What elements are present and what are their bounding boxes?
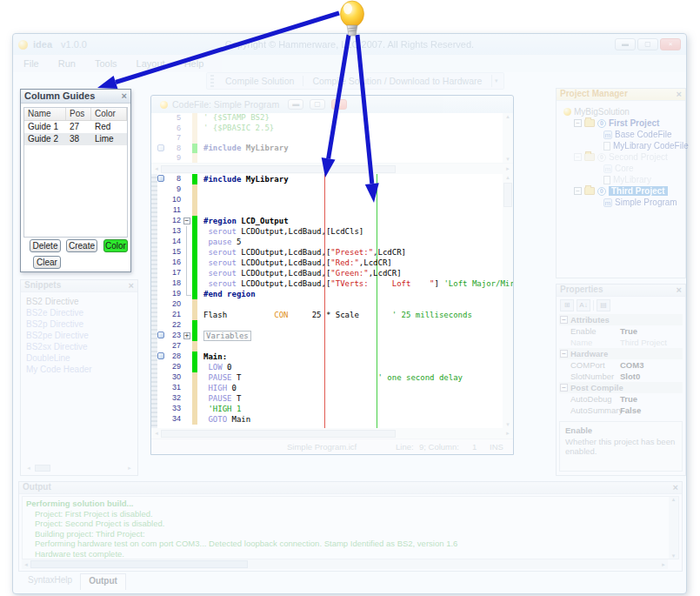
close-button[interactable]: × <box>660 38 681 50</box>
tree-item-core[interactable]: mCore <box>603 163 634 174</box>
property-pages-icon[interactable]: ▤ <box>597 299 610 311</box>
scroll-left-icon[interactable]: ◄ <box>152 431 161 436</box>
code-line[interactable]: 17 serout LCDOutput,LcdBaud,["Green:",Lc… <box>151 268 513 278</box>
code-line[interactable]: 9 <box>151 184 513 195</box>
tree-item-base-codefile[interactable]: mBase CodeFile <box>603 129 672 140</box>
guide-row[interactable]: Guide 127Red <box>24 121 127 133</box>
color-button[interactable]: Color <box>103 239 128 252</box>
fold-toggle-icon[interactable]: + <box>183 332 190 339</box>
expander-icon[interactable]: − <box>574 187 582 195</box>
scroll-right-icon[interactable]: ► <box>125 465 134 471</box>
code-line[interactable]: 19#end region <box>151 289 513 299</box>
col-header-color[interactable]: Color <box>91 108 127 120</box>
code-line[interactable]: 8#include MyLibrary <box>151 174 513 184</box>
code-line[interactable]: 13 serout LCDOutput,LcdBaud,[LcdCls] <box>151 226 513 237</box>
expander-icon[interactable]: − <box>574 119 582 127</box>
tree-item-second-project[interactable]: −0Second Project <box>574 151 668 163</box>
code-line[interactable]: 8#include MyLibrary <box>151 144 513 154</box>
code-line[interactable]: 14 pause 5 <box>151 237 513 247</box>
close-icon[interactable]: × <box>122 90 127 102</box>
toolbar-overflow-icon[interactable]: ▾ <box>491 75 500 87</box>
codefile-titlebar[interactable]: CodeFile: Simple Program ▬ ▢ × <box>151 96 513 113</box>
property-category[interactable]: −Hardware <box>559 348 683 359</box>
editor-main-hscrollbar[interactable]: ◄ ► <box>151 428 513 439</box>
scroll-left-icon[interactable]: ◄ <box>152 166 161 171</box>
code-line[interactable]: 11 <box>151 205 513 216</box>
snippets-titlebar[interactable]: Snippets × <box>21 280 137 292</box>
tree-item-first-project[interactable]: −0First Project <box>574 117 659 129</box>
fold-toggle-icon[interactable]: − <box>183 218 190 224</box>
project-manager-titlebar[interactable]: Project Manager × <box>557 89 685 101</box>
tree-item-third-project[interactable]: −0Third Project <box>574 185 668 197</box>
property-row[interactable]: EnableTrue <box>559 325 683 337</box>
output-log[interactable]: Performing solution build...Project: Fir… <box>22 496 679 559</box>
scroll-left-icon[interactable]: ◄ <box>24 465 33 471</box>
code-line[interactable]: 31 HIGH 0 <box>151 383 513 393</box>
snippet-item[interactable]: BS2e Directive <box>26 307 132 318</box>
menu-item-tools[interactable]: Tools <box>95 58 117 69</box>
categorize-icon[interactable]: ⊞ <box>560 299 574 311</box>
scroll-thumb[interactable] <box>35 465 50 472</box>
editor-top-pane[interactable]: ▲▼ 5' {$STAMP BS2}6' {$PBASIC 2.5}78#inc… <box>151 113 513 164</box>
col-header-name[interactable]: Name <box>24 108 66 120</box>
scroll-thumb[interactable] <box>161 165 396 173</box>
tree-item-simple-program[interactable]: mSimple Program <box>603 197 677 208</box>
gutter-splitter[interactable] <box>151 174 157 428</box>
code-line[interactable]: 33 'HIGH 1 <box>151 404 513 414</box>
collapse-icon[interactable]: − <box>560 316 568 324</box>
menu-item-file[interactable]: File <box>23 58 39 69</box>
property-row[interactable]: NameThird Project <box>559 337 683 348</box>
minimize-button[interactable]: ▬ <box>288 99 303 110</box>
column-guides-titlebar[interactable]: Column Guides × <box>21 90 130 104</box>
property-row[interactable]: AutoDebugTrue <box>559 393 683 405</box>
menu-item-help[interactable]: Help <box>184 58 204 69</box>
code-line[interactable]: 15 serout LCDOutput,LcdBaud,["Preset:",L… <box>151 247 513 258</box>
menu-item-layout[interactable]: Layout <box>137 58 165 69</box>
property-row[interactable]: COMPortCOM3 <box>559 359 683 371</box>
close-icon[interactable]: × <box>677 285 682 296</box>
property-row[interactable]: SlotNumberSlot0 <box>559 371 683 382</box>
sort-az-icon[interactable]: A↓ <box>577 299 590 311</box>
property-row[interactable]: AutoSummaryFalse <box>559 405 683 416</box>
collapse-icon[interactable]: − <box>560 384 568 392</box>
scroll-thumb[interactable] <box>30 560 248 568</box>
snippet-item[interactable]: BS2p Directive <box>26 318 132 330</box>
scroll-thumb[interactable] <box>161 430 396 438</box>
output-hscrollbar[interactable]: ◄ ► <box>22 559 668 569</box>
close-icon[interactable]: × <box>673 482 678 493</box>
bookmark-icon[interactable] <box>157 144 164 151</box>
menu-item-run[interactable]: Run <box>58 58 76 69</box>
delete-button[interactable]: Delete <box>30 239 61 252</box>
collapse-icon[interactable]: − <box>560 350 568 358</box>
code-line[interactable]: 27 <box>151 341 513 352</box>
scroll-right-icon[interactable]: ► <box>659 562 668 567</box>
code-line[interactable]: 6' {$PBASIC 2.5} <box>151 124 513 134</box>
guide-row[interactable]: Guide 238Lime <box>24 133 127 145</box>
code-line[interactable]: 10 <box>151 195 513 205</box>
minimize-button[interactable]: ▬ <box>615 38 636 50</box>
editor-main-pane[interactable]: ▲▼ 8#include MyLibrary9101112−#region LC… <box>151 174 513 428</box>
output-vscrollbar[interactable]: ▲▼ <box>669 497 678 559</box>
maximize-button[interactable]: ▢ <box>310 99 325 110</box>
snippet-item[interactable]: BS2 Directive <box>26 296 132 307</box>
scroll-right-icon[interactable]: ► <box>503 166 512 171</box>
snippets-hscrollbar[interactable]: ◄ ► <box>24 464 134 472</box>
output-titlebar[interactable]: Output × <box>19 482 682 494</box>
code-line[interactable]: 9 <box>151 153 513 164</box>
code-line[interactable]: 16 serout LCDOutput,LcdBaud,["Red:",LcdC… <box>151 258 513 268</box>
bookmark-icon[interactable] <box>157 352 164 359</box>
properties-titlebar[interactable]: Properties × <box>557 285 685 297</box>
property-category[interactable]: −Attributes <box>559 314 683 325</box>
snippet-item[interactable]: DoubleLine <box>26 352 132 364</box>
tab-output[interactable]: Output <box>80 573 126 590</box>
snippet-item[interactable]: BS2sx Directive <box>26 341 132 352</box>
code-line[interactable]: 32 PAUSE T <box>151 393 513 404</box>
scroll-right-icon[interactable]: ► <box>503 431 512 436</box>
expander-icon[interactable]: − <box>574 153 582 161</box>
code-line[interactable]: 5' {$STAMP BS2} <box>151 113 513 124</box>
create-button[interactable]: Create <box>66 239 97 252</box>
tree-item-mylibrary-codefile[interactable]: MyLibrary CodeFile <box>603 140 689 151</box>
close-button[interactable]: × <box>331 99 347 110</box>
code-line[interactable]: 23+Variables <box>151 331 513 341</box>
clear-button[interactable]: Clear <box>33 256 61 269</box>
